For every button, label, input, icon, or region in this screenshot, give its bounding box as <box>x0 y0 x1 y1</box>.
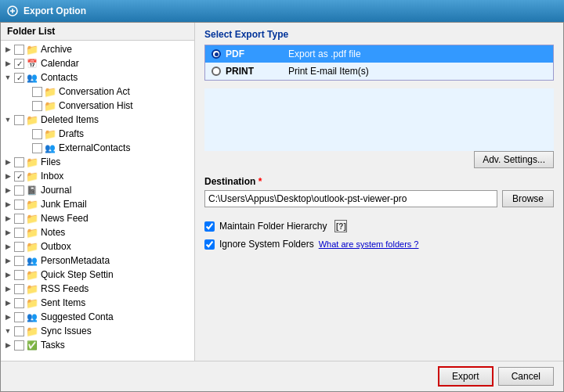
export-type-desc-print: Print E-mail Item(s) <box>288 66 369 77</box>
folder-icon-deleted-items: 📁 <box>26 114 38 125</box>
folder-checkbox-files[interactable] <box>14 157 24 167</box>
folder-item-quick-step[interactable]: ▶📁Quick Step Settin <box>1 268 194 282</box>
folder-checkbox-conversation-hist[interactable] <box>32 101 42 111</box>
folder-checkbox-notes[interactable] <box>14 228 24 238</box>
folder-panel-header: Folder List <box>1 23 194 41</box>
folder-checkbox-quick-step[interactable] <box>14 270 24 280</box>
folder-checkbox-archive[interactable] <box>14 45 24 55</box>
folder-item-conversation-act[interactable]: 📁Conversation Act <box>1 85 194 99</box>
folder-icon-conversation-hist: 📁 <box>44 100 56 111</box>
folder-item-person-metadata[interactable]: ▶👥PersonMetadata <box>1 254 194 268</box>
radio-print <box>212 67 221 76</box>
maintain-hierarchy-label: Maintain Folder Hierarchy <box>219 221 327 232</box>
folder-checkbox-junk-email[interactable] <box>14 200 24 210</box>
folder-checkbox-calendar[interactable] <box>14 59 24 69</box>
folder-tree[interactable]: ▶📁Archive▶📅Calendar▼👥Contacts📁Conversati… <box>1 41 194 361</box>
folder-checkbox-suggested-conta[interactable] <box>14 312 24 322</box>
folder-item-journal[interactable]: ▶📓Journal <box>1 183 194 197</box>
options-section: Maintain Folder Hierarchy [?] Ignore Sys… <box>204 220 554 256</box>
folder-checkbox-journal[interactable] <box>14 185 24 196</box>
folder-item-deleted-items[interactable]: ▼📁Deleted Items <box>1 113 194 127</box>
folder-checkbox-news-feed[interactable] <box>14 214 24 224</box>
folder-name-rss-feeds: RSS Feeds <box>41 283 89 294</box>
export-type-name-pdf: PDF <box>226 49 288 59</box>
folder-icon-quick-step: 📁 <box>26 269 38 280</box>
folder-checkbox-external-contacts[interactable] <box>32 143 42 153</box>
maintain-hierarchy-help[interactable]: [?] <box>334 220 347 232</box>
expand-icon[interactable]: ▶ <box>2 185 13 196</box>
expand-icon[interactable]: ▶ <box>2 213 13 224</box>
folder-checkbox-sent-items[interactable] <box>14 298 24 308</box>
expand-icon[interactable]: ▶ <box>2 283 13 294</box>
expand-icon[interactable]: ▶ <box>2 241 13 252</box>
folder-checkbox-drafts[interactable] <box>32 129 42 139</box>
export-button[interactable]: Export <box>438 366 494 387</box>
folder-item-junk-email[interactable]: ▶📁Junk Email <box>1 197 194 211</box>
folder-item-files[interactable]: ▶📁Files <box>1 155 194 169</box>
folder-checkbox-sync-issues[interactable] <box>14 326 24 336</box>
expand-icon[interactable]: ▶ <box>2 340 13 351</box>
expand-icon[interactable]: ▶ <box>2 269 13 280</box>
expand-icon[interactable]: ▶ <box>2 171 13 182</box>
folder-name-person-metadata: PersonMetadata <box>41 255 110 266</box>
folder-checkbox-person-metadata[interactable] <box>14 256 24 266</box>
folder-item-sync-issues[interactable]: ▼📁Sync Issues <box>1 324 194 338</box>
browse-button[interactable]: Browse <box>502 190 554 207</box>
folder-item-calendar[interactable]: ▶📅Calendar <box>1 56 194 70</box>
expand-icon[interactable]: ▶ <box>2 227 13 238</box>
folder-item-inbox[interactable]: ▶📁Inbox <box>1 169 194 183</box>
folder-item-archive[interactable]: ▶📁Archive <box>1 42 194 56</box>
folder-item-external-contacts[interactable]: 👥ExternalContacts <box>1 141 194 155</box>
expand-icon[interactable]: ▶ <box>2 156 13 167</box>
folder-item-outbox[interactable]: ▶📁Outbox <box>1 239 194 254</box>
folder-checkbox-outbox[interactable] <box>14 242 24 252</box>
folder-checkbox-rss-feeds[interactable] <box>14 284 24 294</box>
expand-icon[interactable]: ▼ <box>2 72 13 83</box>
folder-item-notes[interactable]: ▶📁Notes <box>1 225 194 239</box>
folder-checkbox-inbox[interactable] <box>14 171 24 182</box>
folder-icon-sent-items: 📁 <box>26 297 38 308</box>
expand-icon[interactable]: ▶ <box>2 297 13 308</box>
export-type-pdf[interactable]: PDF Export as .pdf file <box>205 45 553 63</box>
expand-icon[interactable]: ▼ <box>2 325 13 336</box>
export-type-spacer <box>204 88 554 151</box>
folder-icon-sync-issues: 📁 <box>26 325 38 336</box>
folder-icon-drafts: 📁 <box>44 128 56 139</box>
expand-icon[interactable]: ▶ <box>2 255 13 266</box>
expand-icon[interactable]: ▼ <box>2 114 13 125</box>
folder-item-contacts[interactable]: ▼👥Contacts <box>1 70 194 85</box>
expand-icon[interactable]: ▶ <box>2 44 13 55</box>
folder-item-news-feed[interactable]: ▶📁News Feed <box>1 211 194 225</box>
ignore-system-row: Ignore System Folders What are system fo… <box>204 239 554 250</box>
folder-item-rss-feeds[interactable]: ▶📁RSS Feeds <box>1 282 194 296</box>
folder-name-conversation-hist: Conversation Hist <box>59 100 133 111</box>
folder-checkbox-conversation-act[interactable] <box>32 87 42 97</box>
folder-item-suggested-conta[interactable]: ▶👥Suggested Conta <box>1 310 194 324</box>
adv-settings-button[interactable]: Adv. Settings... <box>474 151 554 168</box>
export-type-header: Select Export Type <box>204 29 554 40</box>
expand-icon[interactable]: ▶ <box>2 311 13 322</box>
folder-icon-rss-feeds: 📁 <box>26 283 38 294</box>
folder-item-conversation-hist[interactable]: 📁Conversation Hist <box>1 99 194 113</box>
ignore-system-checkbox[interactable] <box>204 239 215 250</box>
adv-settings-row: Adv. Settings... <box>204 151 554 168</box>
folder-name-archive: Archive <box>41 44 72 55</box>
folder-icon-external-contacts: 👥 <box>44 142 56 153</box>
folder-icon-notes: 📁 <box>26 227 38 238</box>
title-bar: Export Option <box>0 0 564 22</box>
folder-name-journal: Journal <box>41 185 71 196</box>
cancel-button[interactable]: Cancel <box>498 367 554 386</box>
expand-icon[interactable]: ▶ <box>2 199 13 210</box>
folder-checkbox-tasks[interactable] <box>14 340 24 351</box>
system-folders-help-link[interactable]: What are system folders ? <box>319 239 419 249</box>
export-type-print[interactable]: PRINT Print E-mail Item(s) <box>205 63 553 80</box>
maintain-hierarchy-checkbox[interactable] <box>204 221 215 232</box>
folder-checkbox-contacts[interactable] <box>14 73 24 83</box>
expand-icon[interactable]: ▶ <box>2 58 13 69</box>
folder-item-sent-items[interactable]: ▶📁Sent Items <box>1 296 194 310</box>
destination-input[interactable] <box>204 190 497 207</box>
folder-checkbox-deleted-items[interactable] <box>14 115 24 125</box>
folder-name-conversation-act: Conversation Act <box>59 86 130 97</box>
folder-item-drafts[interactable]: 📁Drafts <box>1 127 194 141</box>
folder-item-tasks[interactable]: ▶✅Tasks <box>1 338 194 352</box>
